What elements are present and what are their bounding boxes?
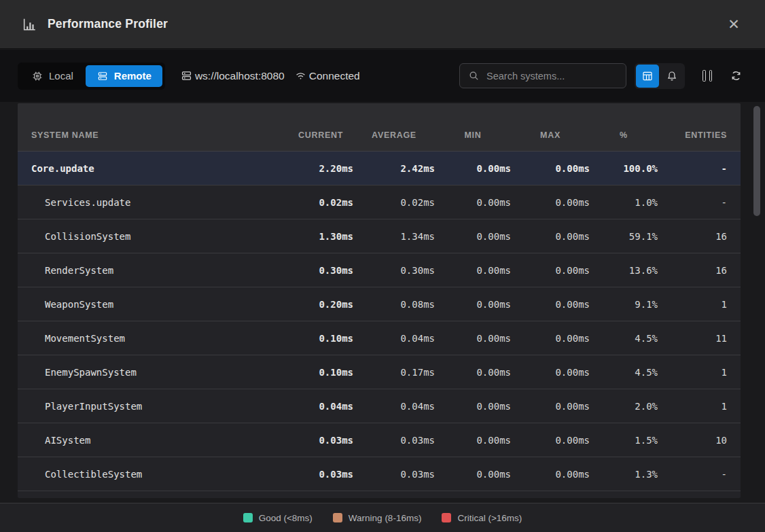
- table-row[interactable]: RenderSystem0.30ms0.30ms0.00ms0.00ms13.6…: [18, 253, 741, 287]
- cell-current: 0.20ms: [288, 299, 353, 310]
- cell-entities: 16: [658, 265, 727, 276]
- cell-max: 0.00ms: [511, 435, 590, 446]
- alerts-button[interactable]: [660, 65, 683, 88]
- cell-name: AISystem: [31, 435, 288, 446]
- table-row[interactable]: WeaponSystem0.20ms0.08ms0.00ms0.00ms9.1%…: [18, 287, 741, 321]
- refresh-button[interactable]: [724, 65, 747, 88]
- table-row[interactable]: CollectibleSystem0.03ms0.03ms0.00ms0.00m…: [18, 457, 741, 491]
- column-header-min[interactable]: MIN: [435, 130, 511, 140]
- remote-mode-button[interactable]: Remote: [86, 65, 162, 87]
- cell-max: 0.00ms: [511, 401, 590, 412]
- cell-percent: 59.1%: [590, 231, 658, 242]
- title-bar: Performance Profiler ✕: [0, 0, 765, 49]
- table-grid-icon: [641, 70, 654, 82]
- column-header-entities[interactable]: ENTITIES: [658, 130, 727, 140]
- table-view-button[interactable]: [636, 65, 659, 88]
- connection-status: Connected: [309, 70, 360, 82]
- cell-min: 0.00ms: [435, 401, 511, 412]
- cell-max: 0.00ms: [511, 299, 590, 310]
- cell-max: 0.00ms: [511, 469, 590, 480]
- legend-footer: Good (<8ms)Warning (8-16ms)Critical (>16…: [0, 503, 765, 532]
- cell-average: 0.03ms: [353, 435, 435, 446]
- cell-average: 0.03ms: [353, 469, 435, 480]
- table-row[interactable]: CollisionSystem1.30ms1.34ms0.00ms0.00ms5…: [18, 219, 741, 253]
- cell-name: CollisionSystem: [31, 231, 288, 242]
- cell-entities: -: [658, 163, 727, 174]
- cell-min: 0.00ms: [435, 231, 511, 242]
- cell-average: 0.04ms: [353, 401, 435, 412]
- cell-average: 0.30ms: [353, 265, 435, 276]
- mode-segmented-control: Local Remote: [18, 63, 165, 90]
- cell-percent: 100.0%: [590, 163, 658, 174]
- cell-name: EnemySpawnSystem: [31, 367, 288, 378]
- systems-table: SYSTEM NAME CURRENT AVERAGE MIN MAX % EN…: [18, 103, 741, 498]
- cell-current: 1.30ms: [288, 231, 353, 242]
- cell-name: MovementSystem: [31, 333, 288, 344]
- column-header-percent[interactable]: %: [590, 130, 658, 140]
- cell-name: RenderSystem: [31, 265, 288, 276]
- local-mode-label: Local: [49, 70, 73, 82]
- table-row[interactable]: PlayerInputSystem0.04ms0.04ms0.00ms0.00m…: [18, 389, 741, 423]
- cell-entities: -: [658, 469, 727, 480]
- refresh-icon: [730, 69, 743, 82]
- cell-entities: -: [658, 197, 727, 208]
- cell-min: 0.00ms: [435, 333, 511, 344]
- cell-average: 0.04ms: [353, 333, 435, 344]
- search-input[interactable]: [486, 71, 618, 82]
- cell-max: 0.00ms: [511, 197, 590, 208]
- cell-current: 0.10ms: [288, 367, 353, 378]
- close-icon[interactable]: ✕: [724, 15, 743, 34]
- view-button-group: [635, 63, 685, 89]
- pause-icon: [702, 70, 712, 82]
- connection-status-group: Connected: [294, 69, 360, 82]
- cell-max: 0.00ms: [511, 367, 590, 378]
- table-header: SYSTEM NAME CURRENT AVERAGE MIN MAX % EN…: [18, 103, 741, 152]
- cell-max: 0.00ms: [511, 333, 590, 344]
- cell-entities: 11: [658, 333, 727, 344]
- cell-current: 0.03ms: [288, 469, 353, 480]
- cell-average: 0.02ms: [353, 197, 435, 208]
- cell-current: 0.02ms: [288, 197, 353, 208]
- cell-current: 0.10ms: [288, 333, 353, 344]
- cell-max: 0.00ms: [511, 163, 590, 174]
- cell-average: 1.34ms: [353, 231, 435, 242]
- connection-info: ws://localhost:8080 Connected: [180, 69, 360, 82]
- cell-percent: 4.5%: [590, 333, 658, 344]
- bell-icon: [666, 70, 678, 82]
- column-header-system-name[interactable]: SYSTEM NAME: [31, 130, 288, 140]
- legend-swatch-icon: [333, 513, 342, 522]
- remote-mode-label: Remote: [114, 70, 152, 82]
- cell-percent: 4.5%: [590, 367, 658, 378]
- local-mode-button[interactable]: Local: [20, 65, 84, 87]
- column-header-max[interactable]: MAX: [511, 130, 590, 140]
- cell-average: 0.17ms: [353, 367, 435, 378]
- cell-name: WeaponSystem: [31, 299, 288, 310]
- legend-swatch-icon: [243, 513, 253, 522]
- column-header-current[interactable]: CURRENT: [288, 130, 353, 140]
- cell-name: PlayerInputSystem: [31, 401, 288, 412]
- column-header-average[interactable]: AVERAGE: [353, 130, 435, 140]
- table-row[interactable]: Core.update2.20ms2.42ms0.00ms0.00ms100.0…: [18, 152, 741, 185]
- table-row[interactable]: EnemySpawnSystem0.10ms0.17ms0.00ms0.00ms…: [18, 355, 741, 389]
- connection-url: ws://localhost:8080: [195, 70, 285, 82]
- cell-percent: 1.3%: [590, 469, 658, 480]
- server-icon: [180, 69, 193, 82]
- legend-label: Good (<8ms): [259, 513, 313, 523]
- pause-button[interactable]: [696, 65, 719, 88]
- table-row[interactable]: MovementSystem0.10ms0.04ms0.00ms0.00ms4.…: [18, 321, 741, 355]
- connection-url-group: ws://localhost:8080: [180, 69, 285, 82]
- cell-entities: 10: [658, 435, 727, 446]
- cell-min: 0.00ms: [435, 163, 511, 174]
- vertical-scrollbar-thumb[interactable]: [753, 106, 760, 216]
- table-row[interactable]: Services.update0.02ms0.02ms0.00ms0.00ms1…: [18, 185, 741, 219]
- legend-swatch-icon: [442, 513, 451, 522]
- cell-min: 0.00ms: [435, 299, 511, 310]
- cell-name: CollectibleSystem: [31, 469, 288, 480]
- cell-entities: 1: [658, 299, 727, 310]
- cell-percent: 9.1%: [590, 299, 658, 310]
- table-row[interactable]: AISystem0.03ms0.03ms0.00ms0.00ms1.5%10: [18, 423, 741, 457]
- cell-current: 2.20ms: [288, 163, 353, 174]
- toolbar: Local Remote: [0, 50, 765, 102]
- cell-min: 0.00ms: [435, 469, 511, 480]
- legend-label: Warning (8-16ms): [349, 513, 422, 523]
